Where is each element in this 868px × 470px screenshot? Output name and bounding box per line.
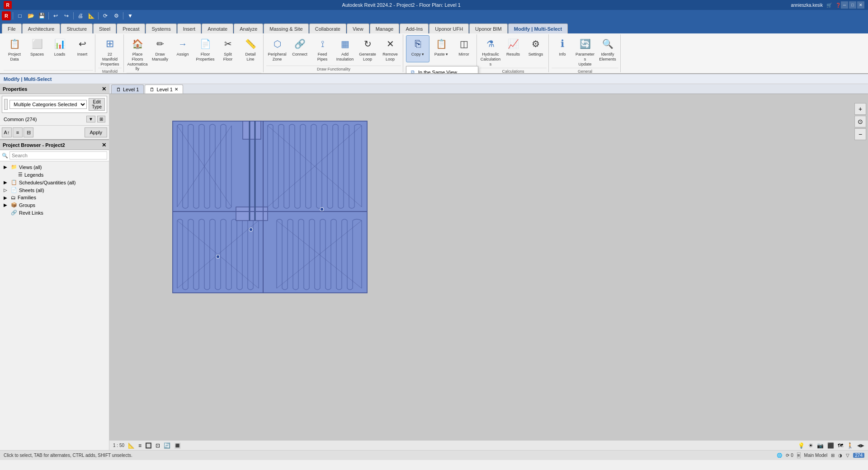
tab-steel[interactable]: Steel xyxy=(93,24,116,33)
tab-analyze[interactable]: Analyze xyxy=(234,24,263,33)
zoom-out-button[interactable]: − xyxy=(854,128,866,140)
split-floor-button[interactable]: ✂ SplitFloor xyxy=(217,35,239,63)
info-button[interactable]: ℹ Info xyxy=(552,35,573,62)
tab-addins[interactable]: Add-Ins xyxy=(400,24,429,33)
settings-button[interactable]: ⚙ Settings xyxy=(525,35,547,62)
project-browser-close-button[interactable]: ✕ xyxy=(102,142,106,148)
detail-line-button[interactable]: 📏 DetailLine xyxy=(240,35,261,63)
tab-collaborate[interactable]: Collaborate xyxy=(309,24,346,33)
minimize-button[interactable]: ─ xyxy=(841,1,848,9)
section-box-button[interactable]: ⬛ xyxy=(827,442,834,449)
expand-bottom-icon[interactable]: ◀▶ xyxy=(857,443,864,448)
filter-dropdown-button[interactable]: ▼ xyxy=(86,116,95,122)
collapse-all-button[interactable]: ⊟ xyxy=(24,127,33,137)
manifold-properties-button[interactable]: ⊞ 22 ManifoldProperties xyxy=(98,35,122,68)
tab-structure[interactable]: Structure xyxy=(61,24,93,33)
tree-item-revit-links[interactable]: 🔗 Revit Links xyxy=(2,209,107,216)
connect-button[interactable]: 🔗 Connect xyxy=(289,35,311,62)
hydraulic-calculations-button[interactable]: ⚗ HydraulicCalculations xyxy=(480,35,501,68)
help-icon[interactable]: ❓ xyxy=(835,3,841,8)
spaces-button[interactable]: ⬜ Spaces xyxy=(26,35,48,62)
project-data-button[interactable]: 📋 ProjectData xyxy=(4,35,25,63)
identify-elements-button[interactable]: 🔍 IdentifyElements xyxy=(597,35,618,63)
tab-modify-multiselect[interactable]: Modify | Multi-Select xyxy=(508,24,568,33)
redo-button[interactable]: ↪ xyxy=(61,11,71,21)
walkthrough-button[interactable]: 🚶 xyxy=(847,442,854,449)
zoom-extent-button[interactable]: ⊙ xyxy=(854,116,866,127)
draw-manually-button[interactable]: ✏ DrawManually xyxy=(149,35,171,63)
tab-uponor-bim[interactable]: Uponor BIM xyxy=(469,24,508,33)
tab-manage[interactable]: Manage xyxy=(370,24,400,33)
visual-style-button[interactable]: 💡 xyxy=(798,442,805,449)
render-button[interactable]: 📷 xyxy=(817,442,824,449)
browser-search-input[interactable] xyxy=(9,151,107,160)
tree-item-legends[interactable]: ☰ Legends xyxy=(2,171,107,179)
tree-item-groups[interactable]: ▶ 📦 Groups xyxy=(2,201,107,209)
place-floors-button[interactable]: 🏠 Place FloorsAutomatically xyxy=(127,35,148,73)
cart-icon[interactable]: 🛒 xyxy=(826,3,832,8)
copy-button[interactable]: ⎘ Copy ▾ xyxy=(406,35,429,62)
edit-type-btn2[interactable]: ⊞ xyxy=(97,116,105,122)
paste-button[interactable]: 📋 Paste ▾ xyxy=(430,35,452,62)
canvas-area[interactable]: + ⊙ − xyxy=(109,94,868,440)
feed-pipes-button[interactable]: ⟟ FeedPipes xyxy=(311,35,333,63)
apply-button[interactable]: Apply xyxy=(85,127,107,137)
new-button[interactable]: □ xyxy=(15,11,25,21)
thin-lines-button[interactable]: ≡ xyxy=(138,442,142,449)
open-button[interactable]: 📂 xyxy=(26,11,36,21)
save-button[interactable]: 💾 xyxy=(37,11,47,21)
zoom-in-button[interactable]: + xyxy=(854,103,866,115)
tree-item-families[interactable]: ▶ 🗂 Families xyxy=(2,194,107,201)
tab-architecture[interactable]: Architecture xyxy=(22,24,61,33)
tab-precast[interactable]: Precast xyxy=(117,24,145,33)
results-button[interactable]: 📈 Results xyxy=(502,35,524,62)
tab-file[interactable]: File xyxy=(2,24,22,33)
tab-level1-second[interactable]: 🗒 Level 1 ✕ xyxy=(145,85,183,94)
scale-button[interactable]: 📐 xyxy=(128,442,135,449)
loads-button[interactable]: 📊 Loads xyxy=(49,35,71,62)
measure-button[interactable]: 📐 xyxy=(86,11,96,21)
remove-loop-button[interactable]: ✕ RemoveLoop xyxy=(379,35,401,63)
sun-path-button[interactable]: ☀ xyxy=(808,442,813,449)
assign-button[interactable]: → Assign xyxy=(172,35,193,62)
properties-close-button[interactable]: ✕ xyxy=(102,86,106,92)
tab-massing[interactable]: Massing & Site xyxy=(264,24,308,33)
undo-button[interactable]: ↩ xyxy=(51,11,61,21)
revit-logo[interactable]: R xyxy=(4,1,12,9)
customize-qa-button[interactable]: ▼ xyxy=(125,11,135,21)
tab-uponor-ufh[interactable]: Uponor UFH xyxy=(429,24,469,33)
app-menu-button[interactable]: R xyxy=(2,11,11,20)
3d-view-button[interactable]: 🗺 xyxy=(838,442,843,449)
tree-item-views[interactable]: ▶ 📁 Views (all) xyxy=(2,163,107,171)
maximize-button[interactable]: □ xyxy=(849,1,856,9)
detail-level-button[interactable]: 🔳 xyxy=(174,442,181,449)
show-crop-button[interactable]: ⊡ xyxy=(156,442,160,449)
2d-3d-button[interactable]: 🔄 xyxy=(164,442,170,449)
model-category-button[interactable]: ≡ xyxy=(797,452,801,458)
tree-item-sheets[interactable]: ▷ 📄 Sheets (all) xyxy=(2,186,107,194)
shadows-button[interactable]: 🔲 xyxy=(145,442,152,449)
property-type-dropdown[interactable]: Multiple Categories Selected xyxy=(9,100,87,109)
peripheral-zone-button[interactable]: ⬡ PeripheralZone xyxy=(266,35,288,63)
mirror-button[interactable]: ◫ Mirror xyxy=(453,35,475,62)
tab-view[interactable]: View xyxy=(347,24,369,33)
sort-ascending-button[interactable]: A↑ xyxy=(2,127,12,137)
sync-button[interactable]: ⟳ xyxy=(100,11,110,21)
settings-qa-button[interactable]: ⚙ xyxy=(111,11,121,21)
tab-annotate[interactable]: Annotate xyxy=(202,24,233,33)
copy-same-view-item[interactable]: ⧉ In the Same View xyxy=(406,66,478,74)
tab-level1-first[interactable]: 🗒 Level 1 xyxy=(111,85,144,94)
tree-item-schedules[interactable]: ▶ 📋 Schedules/Quantities (all) xyxy=(2,179,107,186)
tab-insert[interactable]: Insert xyxy=(177,24,202,33)
insert-button[interactable]: ↩ Insert xyxy=(71,35,93,62)
close-button[interactable]: ✕ xyxy=(857,1,864,9)
tab-systems[interactable]: Systems xyxy=(146,24,176,33)
generate-loop-button[interactable]: ↻ GenerateLoop xyxy=(357,35,378,63)
parameters-update-button[interactable]: 🔄 ParametersUpdate xyxy=(574,35,596,68)
print-button[interactable]: 🖨 xyxy=(75,11,85,21)
sort-groups-button[interactable]: ≡ xyxy=(13,127,23,137)
tab-close-button[interactable]: ✕ xyxy=(175,87,178,92)
edit-type-button[interactable]: Edit Type xyxy=(89,98,105,111)
floor-properties-button[interactable]: 📄 FloorProperties xyxy=(194,35,216,63)
add-insulation-button[interactable]: ▦ AddInsulation xyxy=(334,35,356,63)
